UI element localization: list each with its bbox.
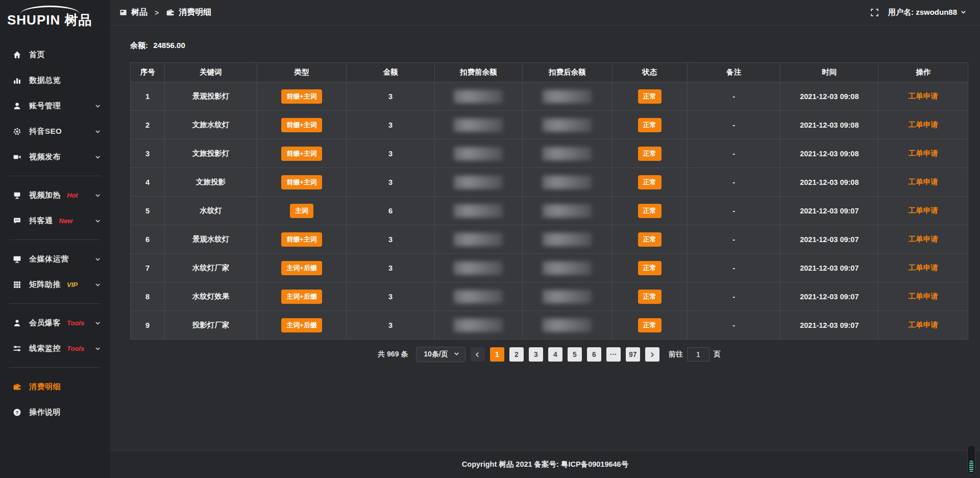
breadcrumb-item[interactable]: 消费明细 — [179, 7, 211, 18]
status-badge: 正常 — [638, 290, 662, 304]
sidebar-item[interactable]: 账号管理 — [0, 93, 110, 118]
column-header: 备注 — [688, 63, 780, 82]
masked-balance-after — [543, 176, 592, 189]
sidebar-item[interactable]: 线索监控 Tools — [0, 336, 110, 361]
page-number-button[interactable]: 97 — [626, 347, 640, 362]
page-number-button[interactable]: 5 — [568, 347, 582, 362]
cell-time: 2021-12-03 09:07 — [780, 311, 878, 340]
cell-index: 1 — [131, 82, 165, 111]
cell-remark: - — [688, 82, 780, 111]
table-row: 6 景观水纹灯 前缀+主词 3 正常 - 2021-12-03 09:07 工单… — [131, 225, 968, 254]
cell-time: 2021-12-03 09:07 — [780, 282, 878, 311]
cell-index: 3 — [131, 139, 165, 168]
cell-keyword: 水纹灯效果 — [165, 282, 257, 311]
page-size-select[interactable]: 10条/页 — [416, 347, 465, 362]
cell-keyword: 文旅水纹灯 — [165, 111, 257, 139]
work-order-link[interactable]: 工单申请 — [909, 178, 938, 186]
sidebar-divider — [9, 367, 101, 368]
page-number-button[interactable]: 6 — [587, 347, 601, 362]
cell-action: 工单申请 — [878, 311, 968, 340]
cell-time: 2021-12-03 09:07 — [780, 254, 878, 282]
type-badge: 前缀+主词 — [281, 118, 322, 132]
content-area: 树品> 消费明细 用户名: zswodun88 余额: 24856.00 序号关… — [110, 0, 980, 478]
work-order-link[interactable]: 工单申请 — [909, 264, 938, 272]
cell-action: 工单申请 — [878, 225, 968, 254]
sidebar-item[interactable]: 会员爆客 Tools — [0, 310, 110, 336]
work-order-link[interactable]: 工单申请 — [909, 321, 938, 329]
cell-balance-before — [434, 139, 522, 168]
balance-label: 余额: — [130, 41, 148, 50]
work-order-link[interactable]: 工单申请 — [909, 235, 938, 243]
cell-index: 5 — [131, 197, 165, 225]
goto-page-input[interactable] — [687, 347, 709, 362]
sidebar-item-label: 消费明细 — [29, 382, 61, 392]
sidebar-item-label: 抖客通 — [29, 216, 53, 226]
user-menu[interactable]: 用户名: zswodun88 — [888, 8, 967, 17]
sidebar-item[interactable]: 首页 — [0, 42, 110, 67]
cell-keyword: 文旅投影灯 — [165, 139, 257, 168]
column-header: 扣费后余额 — [522, 63, 612, 82]
work-order-link[interactable]: 工单申请 — [909, 292, 938, 300]
goto-suffix: 页 — [714, 350, 721, 359]
sidebar-item[interactable]: 矩阵助推 VIP — [0, 272, 110, 297]
cell-amount: 3 — [347, 168, 434, 197]
page-number-button[interactable]: 4 — [548, 347, 562, 362]
table-row: 7 水纹灯厂家 主词+后缀 3 正常 - 2021-12-03 09:07 工单… — [131, 254, 968, 282]
consumption-table: 序号关键词类型金额扣费前余额扣费后余额状态备注时间操作 1 景观投影灯 前缀+主… — [130, 62, 968, 340]
sidebar-item[interactable]: 数据总览 — [0, 67, 110, 93]
cell-type: 主词+后缀 — [257, 254, 347, 282]
masked-balance-after — [543, 319, 592, 332]
chevron-down-icon — [94, 281, 101, 288]
next-page-button[interactable] — [645, 347, 659, 362]
sidebar-item[interactable]: 消费明细 — [0, 374, 110, 399]
top-bar: 树品> 消费明细 用户名: zswodun88 — [110, 0, 980, 26]
wallet-icon — [12, 382, 21, 391]
logo-text: SHUPIN 树品 — [7, 11, 110, 29]
sidebar-item[interactable]: 全媒体运营 — [0, 246, 110, 272]
cell-balance-after — [522, 282, 612, 311]
breadcrumb: 树品> 消费明细 — [119, 7, 211, 18]
breadcrumb-item[interactable]: 树品 — [131, 7, 148, 18]
chevron-down-icon — [94, 345, 101, 352]
breadcrumb-separator: > — [155, 9, 159, 17]
cell-balance-before — [434, 282, 522, 311]
chevron-down-icon — [94, 256, 101, 262]
sidebar-item[interactable]: ? 操作说明 — [0, 399, 110, 425]
masked-balance-before — [454, 233, 503, 246]
page-number-button[interactable]: 2 — [509, 347, 524, 362]
column-header: 扣费前余额 — [434, 63, 522, 82]
page-number-button[interactable]: 3 — [529, 347, 543, 362]
column-header: 关键词 — [165, 63, 257, 82]
masked-balance-after — [543, 147, 592, 160]
table-header-row: 序号关键词类型金额扣费前余额扣费后余额状态备注时间操作 — [131, 63, 968, 82]
sidebar-item-label: 视频加热 — [29, 190, 61, 200]
page-number-button[interactable]: 1 — [490, 347, 504, 362]
cell-index: 6 — [131, 225, 165, 254]
page-ellipsis-button[interactable]: ··· — [606, 347, 621, 362]
mini-console-widget[interactable] — [967, 445, 975, 474]
menu-tag: Hot — [67, 192, 78, 199]
table-row: 4 文旅投影 前缀+主词 3 正常 - 2021-12-03 09:08 工单申… — [131, 168, 968, 197]
work-order-link[interactable]: 工单申请 — [909, 206, 938, 214]
cell-balance-before — [434, 82, 522, 111]
cell-balance-before — [434, 225, 522, 254]
work-order-link[interactable]: 工单申请 — [909, 121, 938, 129]
fullscreen-icon[interactable] — [870, 8, 879, 17]
cell-action: 工单申请 — [878, 197, 968, 225]
cell-time: 2021-12-03 09:08 — [780, 139, 878, 168]
prev-page-button[interactable] — [471, 347, 485, 362]
status-badge: 正常 — [638, 204, 662, 218]
sidebar-item[interactable]: 抖客通 New — [0, 208, 110, 233]
cell-type: 前缀+主词 — [257, 139, 347, 168]
sidebar-item[interactable]: 视频加热 Hot — [0, 182, 110, 208]
work-order-link[interactable]: 工单申请 — [909, 149, 938, 157]
sidebar-item-label: 矩阵助推 — [29, 280, 61, 290]
cell-remark: - — [688, 111, 780, 139]
sidebar-item[interactable]: 抖音SEO — [0, 118, 110, 144]
sidebar-item[interactable]: 视频发布 — [0, 144, 110, 170]
chevron-down-icon — [94, 192, 101, 199]
chat-icon — [12, 216, 21, 225]
work-order-link[interactable]: 工单申请 — [909, 92, 938, 100]
cell-amount: 6 — [347, 197, 434, 225]
goto-label: 前往 — [669, 350, 683, 359]
